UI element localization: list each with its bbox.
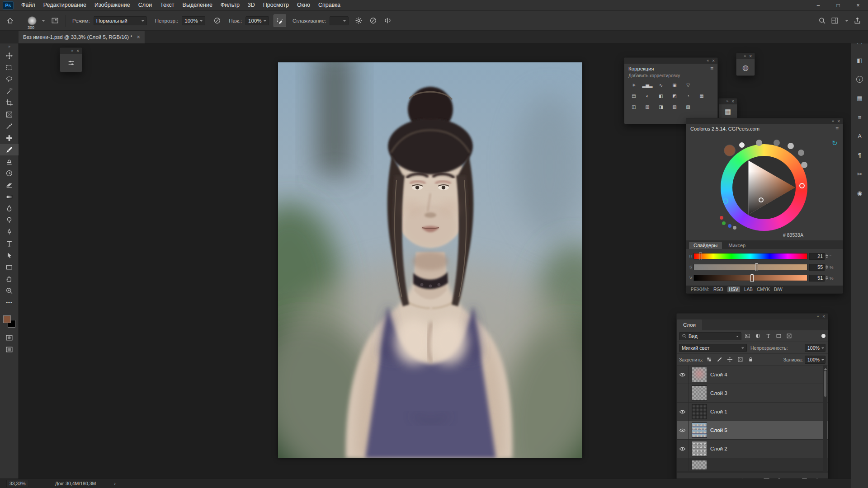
status-expand-icon[interactable]: › <box>114 481 116 486</box>
lock-pixels-icon[interactable] <box>715 356 724 364</box>
close-tab-icon[interactable]: × <box>137 34 140 40</box>
eyedropper-tool[interactable] <box>0 120 19 132</box>
menu-filter[interactable]: Фильтр <box>217 0 244 11</box>
filter-shape-layers-icon[interactable] <box>774 332 783 340</box>
layer-row[interactable]: Слой 4 <box>677 366 828 384</box>
levels-icon[interactable]: ▂▅▂ <box>642 81 653 89</box>
layer-thumbnail[interactable] <box>692 423 707 437</box>
stepper[interactable] <box>826 275 828 281</box>
history-brush-tool[interactable] <box>0 167 19 179</box>
layer-thumbnail[interactable] <box>692 404 707 419</box>
visibility-toggle[interactable] <box>677 384 689 403</box>
filter-adjustment-layers-icon[interactable] <box>754 332 762 340</box>
menu-3d[interactable]: 3D <box>244 0 259 11</box>
hue-saturation-icon[interactable]: ▤ <box>628 92 640 100</box>
zoom-tool[interactable] <box>0 285 19 296</box>
tab-mixer[interactable]: Миксер <box>724 242 750 249</box>
sv-triangle[interactable] <box>721 144 807 231</box>
filter-smart-objects-icon[interactable] <box>785 332 793 340</box>
menu-type[interactable]: Текст <box>156 0 178 11</box>
canvas-artwork[interactable] <box>278 62 582 458</box>
layer-opacity-select[interactable]: 100% <box>805 344 826 352</box>
brightness-contrast-icon[interactable]: ☀ <box>628 81 640 89</box>
refresh-icon[interactable]: ↻ <box>832 139 838 147</box>
selective-color-icon[interactable]: ▨ <box>682 103 694 111</box>
current-color-swatch[interactable] <box>724 145 736 156</box>
close-button[interactable]: × <box>848 0 868 10</box>
sv-handle[interactable] <box>759 197 764 202</box>
glyphs-panel-icon[interactable]: ✂ <box>854 169 865 179</box>
close-icon[interactable]: × <box>731 99 734 104</box>
menu-image[interactable]: Изображение <box>90 0 134 11</box>
brush-tool[interactable] <box>0 144 19 155</box>
close-icon[interactable]: × <box>749 53 752 59</box>
mode-cmyk[interactable]: CMYK <box>757 287 770 292</box>
layer-row-selected[interactable]: Слой 5 <box>677 421 828 440</box>
swatch-circle[interactable] <box>801 162 807 168</box>
blue-dot-icon[interactable] <box>728 224 731 228</box>
gradient-map-icon[interactable]: ▧ <box>669 103 680 111</box>
collapse-icon[interactable]: « <box>707 58 708 64</box>
mode-bw[interactable]: B/W <box>774 287 783 292</box>
info-panel-icon[interactable]: i <box>854 74 865 84</box>
expand-icon[interactable]: » <box>71 48 73 54</box>
smoothing-select[interactable] <box>330 16 349 25</box>
green-dot-icon[interactable] <box>722 221 726 225</box>
red-dot-icon[interactable] <box>720 216 723 220</box>
collapse-icon[interactable]: « <box>832 118 834 124</box>
value-slider[interactable] <box>693 275 807 281</box>
clone-stamp-tool[interactable] <box>0 155 19 167</box>
filter-pixel-layers-icon[interactable] <box>743 332 752 340</box>
swatch-circle[interactable] <box>756 140 762 146</box>
brush-settings-panel-toggle[interactable] <box>48 14 61 27</box>
hand-tool[interactable] <box>0 273 19 285</box>
zoom-level-field[interactable]: 33,33% <box>6 480 29 487</box>
menu-layers[interactable]: Слои <box>134 0 156 11</box>
airbrush-toggle[interactable] <box>274 14 286 27</box>
mode-rgb[interactable]: RGB <box>713 287 723 292</box>
layer-thumbnail[interactable] <box>692 386 707 400</box>
visibility-toggle[interactable] <box>677 458 689 472</box>
paragraph-panel-icon[interactable]: ¶ <box>854 150 865 160</box>
color-balance-icon[interactable]: ◐ <box>642 92 653 100</box>
foreground-color-swatch[interactable] <box>3 315 11 323</box>
lasso-tool[interactable] <box>0 73 19 85</box>
color-wheel[interactable] <box>721 144 807 231</box>
stepper[interactable] <box>826 264 828 270</box>
invert-icon[interactable]: ◫ <box>628 103 640 111</box>
saturation-slider[interactable] <box>693 264 807 270</box>
hue-handle[interactable] <box>799 183 805 188</box>
document-tab[interactable]: Без имени-1.psd @ 33,3% (Слой 5, RGB/16)… <box>19 31 145 43</box>
share-icon[interactable] <box>851 14 863 27</box>
menu-select[interactable]: Выделение <box>179 0 217 11</box>
black-white-icon[interactable]: ◧ <box>655 92 667 100</box>
color-panel-icon[interactable]: ◧ <box>854 55 865 65</box>
expand-icon[interactable]: » <box>744 53 745 59</box>
layer-thumbnail[interactable] <box>692 441 707 456</box>
expand-icon[interactable]: » <box>726 99 728 104</box>
path-select-tool[interactable] <box>0 249 19 261</box>
tab-sliders[interactable]: Слайдеры <box>689 242 722 249</box>
gradient-tool[interactable] <box>0 191 19 202</box>
eraser-tool[interactable] <box>0 179 19 191</box>
magic-wand-tool[interactable] <box>0 85 19 97</box>
gray-dot-icon[interactable] <box>733 226 736 230</box>
visibility-toggle[interactable] <box>677 440 689 458</box>
layer-row[interactable]: Слой 3 <box>677 384 828 403</box>
edit-toolbar-icon[interactable]: ••• <box>0 296 19 308</box>
clone-source-panel-icon[interactable]: ◉ <box>854 188 865 198</box>
pen-tool[interactable] <box>0 226 19 238</box>
pressure-opacity-icon[interactable] <box>211 14 223 27</box>
home-icon[interactable] <box>4 14 16 27</box>
brush-angle-icon[interactable] <box>367 14 379 27</box>
visibility-toggle[interactable] <box>677 403 689 421</box>
close-icon[interactable]: × <box>837 118 840 124</box>
close-icon[interactable]: × <box>712 58 715 64</box>
layers-scrollbar[interactable] <box>823 366 827 472</box>
frame-tool[interactable] <box>0 108 19 120</box>
saturation-slider-handle[interactable] <box>755 263 758 271</box>
color-lookup-icon[interactable]: ▦ <box>696 92 708 100</box>
stepper[interactable] <box>826 253 828 259</box>
move-tool[interactable] <box>0 50 19 61</box>
opacity-select[interactable]: 100% <box>182 16 205 25</box>
